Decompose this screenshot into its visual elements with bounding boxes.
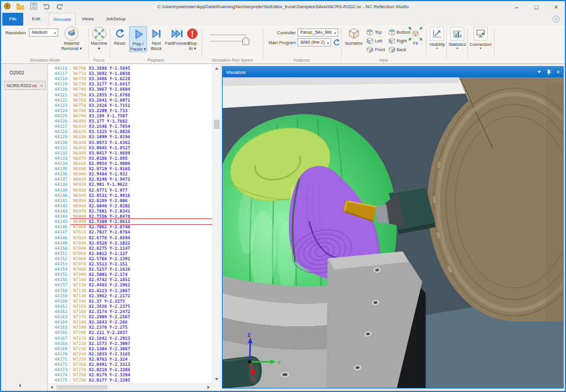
code-line[interactable]: 44167N7210 X2.1842 Y-2.2923 (48, 336, 212, 341)
code-line[interactable]: 44127N6810 X3.1548 Y-1.7854 (48, 124, 212, 129)
code-line[interactable]: 44119N6730 X3.3277 Y-1.6417 (48, 81, 212, 87)
resolution-dropdown[interactable]: Medium (29, 28, 58, 37)
controller-dropdown[interactable]: Fanuc_5Ax_Mill (298, 28, 338, 37)
connection-button[interactable]: Connection ▾ (470, 27, 492, 50)
code-line[interactable]: 44128N6820 X3.1325 Y-1.8026 (48, 129, 212, 134)
vertical-scrollbar[interactable] (212, 64, 221, 383)
view-top-button[interactable]: Top (367, 28, 385, 37)
code-line[interactable]: 44145N6990 X2.7309 Y-2.0613 (48, 219, 212, 224)
code-line[interactable]: 44166N7200 X2.211 Y-2.2837 (48, 330, 212, 335)
code-line[interactable]: 44148N7020 X2.6778 Y-2.0894 (48, 235, 212, 240)
view-back-button[interactable]: Back (389, 45, 411, 54)
visualizer-header[interactable]: Visualizer × (223, 67, 563, 77)
tab-simulate[interactable]: Simulate (49, 13, 76, 26)
code-line[interactable]: 44122N6760 X3.2641 Y-1.6971 (48, 98, 212, 103)
code-line[interactable]: 44163N7170 X2.2909 Y-2.2567 (48, 314, 212, 319)
code-line[interactable]: 44120N6740 X3.3067 Y-1.6604 (48, 87, 212, 92)
sidebar-scroll-left-icon[interactable] (19, 384, 21, 387)
tab-views[interactable]: Views (77, 13, 99, 26)
material-removal-button[interactable]: Material Removal ▾ (57, 26, 86, 51)
stop-at-button[interactable]: Stop At ▾ (184, 26, 200, 51)
code-line[interactable]: 44172N7260 X2.0491 Y-2.3313 (48, 362, 212, 367)
slider-handle[interactable] (243, 37, 249, 45)
maximize-button[interactable]: □ (532, 2, 540, 12)
run-speed-slider[interactable] (208, 30, 258, 48)
next-block-button[interactable]: Next Block (148, 26, 164, 51)
fit-view-button[interactable]: Fit (406, 26, 425, 46)
reset-button[interactable]: Reset (111, 26, 128, 46)
horizontal-scroll-thumb[interactable] (56, 385, 108, 390)
code-line[interactable]: 44152N7060 X2.5768 Y-2.1391 (48, 256, 212, 261)
code-line[interactable]: 44146N7000 X2.7062 Y-2.0746 (48, 224, 212, 229)
visibility-button[interactable]: Visibility ▾ (429, 27, 445, 50)
tab-file[interactable]: File (2, 13, 23, 26)
code-line[interactable]: 44129N6830 X3.1099 Y-1.8194 (48, 134, 212, 139)
code-line[interactable]: 44123N6770 X3.2426 Y-1.7151 (48, 103, 212, 108)
code-line[interactable]: 44142N6960 X2.8046 Y-2.0201 (48, 203, 212, 208)
code-line[interactable]: 44118N6720 X3.3486 Y-1.6228 (48, 76, 212, 81)
pin-icon[interactable] (546, 69, 551, 75)
machine-button[interactable]: Machine ▾ (89, 26, 109, 51)
code-line[interactable]: 44162N7160 X2.3174 Y-2.2472 (48, 309, 212, 314)
statistics-button[interactable]: Statistics ▾ (449, 27, 466, 50)
code-line[interactable]: 44151N7050 X2.6022 Y-2.127 (48, 251, 212, 256)
code-line[interactable]: 44156N7100 X2.4742 Y-2.1851 (48, 277, 212, 282)
code-line[interactable]: 44139N6930 X2.8771 Y-1.977 (48, 188, 212, 193)
close-button[interactable]: × (552, 2, 560, 12)
isometric-view-button[interactable]: Isometric (343, 26, 365, 46)
code-line[interactable]: 44126N6800 X3.177 Y-1.7682 (48, 118, 212, 124)
code-line[interactable]: 44131N6850 X3.0645 Y-1.8527 (48, 145, 212, 150)
panel-menu-icon[interactable] (538, 71, 541, 73)
code-line[interactable]: 44143N6970 X2.7801 Y-2.0341 (48, 208, 212, 214)
code-line[interactable]: 44158N7120 X2.4223 Y-2.2067 (48, 288, 212, 293)
code-line[interactable]: 44117N6710 X3.3692 Y-1.6038 (48, 71, 212, 76)
code-line[interactable]: 44164N7180 X2.2643 Y-2.266 (48, 319, 212, 325)
panel-close-icon[interactable]: × (557, 70, 560, 75)
code-line[interactable]: 44140N6940 X2.8531 Y-1.9916 (48, 193, 212, 198)
code-line[interactable]: 44132N6860 X3.0417 Y-1.8689 (48, 150, 212, 156)
code-line[interactable]: 44116N6700 X3.3898 Y-1.5845 (48, 66, 212, 71)
tab-jobsetup[interactable]: JobSetup (100, 13, 131, 26)
code-line[interactable]: 44121N6750 X3.2855 Y-1.6788 (48, 92, 212, 98)
code-line[interactable]: 44154N7080 X2.5257 Y-2.1626 (48, 267, 212, 272)
save-icon[interactable] (30, 2, 38, 10)
code-line[interactable]: 44173N7270 X2.0219 Y-2.3385 (48, 367, 212, 372)
view-left-button[interactable]: Left (367, 37, 385, 45)
vertical-scroll-thumb[interactable] (214, 120, 220, 129)
code-line[interactable]: 44137N6910 X2.9248 Y-1.9472 (48, 177, 212, 182)
code-line[interactable]: 44138N6920 X2.901 Y-1.9622 (48, 182, 212, 187)
code-line[interactable]: 44157N7110 X2.4483 Y-2.1961 (48, 282, 212, 287)
refresh-program-icon[interactable] (332, 38, 341, 46)
code-line[interactable]: 44135N6890 X2.9719 Y-1.9165 (48, 166, 212, 171)
scroll-left-icon[interactable] (51, 386, 53, 389)
code-line[interactable]: 44170N7240 X2.1033 Y-2.3165 (48, 351, 212, 357)
code-line[interactable]: 44169N7230 X2.1304 Y-2.3087 (48, 346, 212, 351)
horizontal-scrollbar[interactable] (48, 383, 212, 391)
code-line[interactable]: 44150N7040 X2.6275 Y-2.1147 (48, 246, 212, 251)
code-line[interactable]: 44155N7090 X2.5001 Y-2.174 (48, 272, 212, 277)
code-line[interactable]: 44133N6870 X3.0186 Y-1.885 (48, 156, 212, 161)
code-line[interactable]: 44174N7280 X2.0179 Y-2.3394 (48, 372, 212, 377)
help-icon[interactable]: ? (553, 16, 560, 23)
code-line[interactable]: 44136N6900 X2.9484 Y-1.932 (48, 171, 212, 177)
open-file-tab[interactable]: NCRS-R2D2.nc × (4, 81, 46, 90)
scroll-right-icon[interactable] (207, 386, 210, 389)
code-line[interactable]: 44165N7190 X2.2376 Y-2.275 (48, 325, 212, 330)
tab-edit[interactable]: Edit (24, 13, 48, 26)
code-line[interactable]: 44159N7130 X2.3962 Y-2.2172 (48, 293, 212, 299)
code-line[interactable]: 44171N7250 X2.0763 Y-2.324 (48, 357, 212, 362)
code-line[interactable]: 44161N7150 X2.3438 Y-2.2375 (48, 304, 212, 309)
machine-3d-view[interactable]: Z Y X (223, 77, 563, 388)
code-line[interactable]: 44147N7010 X2.7027 Y-2.0764 (48, 229, 212, 235)
open-folder-icon[interactable] (16, 2, 24, 10)
code-line[interactable]: 44130N6840 X3.0873 Y-1.8362 (48, 140, 212, 145)
code-line[interactable]: 44175N7290 X2.0177 Y-2.3395 (48, 377, 212, 383)
code-line[interactable]: 44141N6950 X2.8289 Y-2.006 (48, 198, 212, 203)
file-close-icon[interactable]: × (40, 83, 43, 88)
minimize-button[interactable]: – (513, 2, 521, 12)
view-front-button[interactable]: Front (367, 45, 385, 54)
code-line[interactable]: 44160N7140 X2.37 Y-2.2275 (48, 299, 212, 304)
code-line[interactable]: 44149N7030 X2.6528 Y-2.1022 (48, 240, 212, 246)
code-line[interactable]: 44134N6880 X2.9954 Y-1.9009 (48, 161, 212, 166)
undo-icon[interactable] (43, 2, 51, 10)
